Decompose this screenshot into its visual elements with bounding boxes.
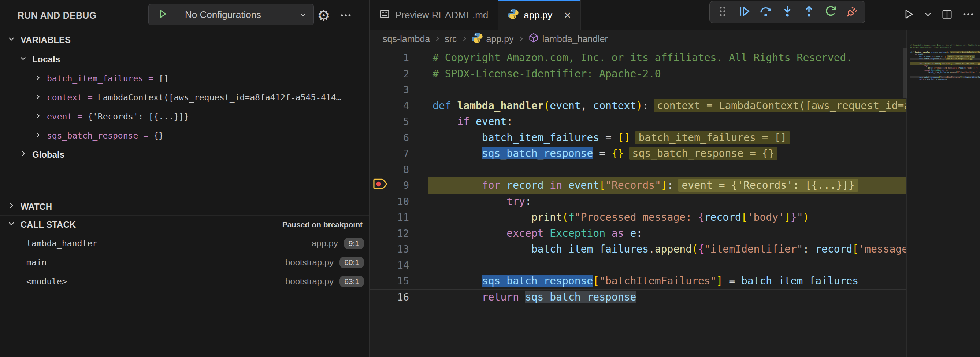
start-debug-button[interactable] <box>149 5 177 25</box>
code-line[interactable]: 10 try: <box>369 193 907 210</box>
run-button[interactable] <box>899 6 918 24</box>
gutter[interactable]: 8 <box>369 162 428 178</box>
continue-icon <box>737 5 751 20</box>
code-line[interactable]: 6 batch_item_failures = []batch_item_fai… <box>369 130 907 146</box>
variable-row[interactable]: sqs_batch_response = {} <box>0 126 369 145</box>
gutter[interactable]: 4 <box>369 98 428 114</box>
line-content <box>428 82 907 98</box>
code-token: batch_item_failures <box>531 243 649 255</box>
breadcrumb-item[interactable]: app.py <box>472 32 514 45</box>
code-token <box>433 275 482 287</box>
chevron-right-icon <box>7 202 15 212</box>
variable-row[interactable]: context = LambdaContext([aws_request_id=… <box>0 88 369 107</box>
gutter[interactable]: 5 <box>369 114 428 130</box>
variable-row[interactable]: event = {'Records': [{...}]} <box>0 107 369 126</box>
minimap[interactable]: # Copyright Amazon.com, Inc. or its affi… <box>910 44 980 80</box>
gutter[interactable]: 6 <box>369 130 428 146</box>
code-token: ] <box>661 179 667 191</box>
step-out-icon <box>802 5 816 20</box>
code-line[interactable]: 11 print(f"Processed message: {record['b… <box>369 209 907 225</box>
code-line[interactable]: 15 sqs_batch_response["batchItemFailures… <box>369 273 907 289</box>
breadcrumb-item[interactable]: sqs-lambda <box>383 34 430 45</box>
code-token <box>433 211 531 223</box>
gutter[interactable]: 9 <box>369 177 428 193</box>
frame-name: lambda_handler <box>26 239 97 248</box>
stack-frame-row[interactable]: mainbootstrap.py60:1 <box>0 253 369 272</box>
call-stack-section-header[interactable]: CALL STACK Paused on breakpoint <box>0 215 369 233</box>
disconnect-button[interactable] <box>843 3 861 21</box>
code-token: ] <box>784 211 791 223</box>
frame-name: main <box>26 258 46 267</box>
scope-locals[interactable]: Locals <box>0 50 369 69</box>
code-line[interactable]: 13 batch_item_failures.append({"itemIden… <box>369 241 907 257</box>
code-editor[interactable]: 1# Copyright Amazon.com, Inc. or its aff… <box>369 47 907 357</box>
drag-handle-button[interactable] <box>714 3 731 21</box>
gutter[interactable]: 16 <box>369 289 428 305</box>
close-icon[interactable]: × <box>564 9 571 21</box>
inline-debug-value: sqs_batch_response = {} <box>629 147 778 160</box>
code-token: context <box>593 100 636 112</box>
code-token: { <box>698 211 704 223</box>
chevron-down-icon <box>7 220 15 230</box>
code-line[interactable]: 9 for record in event["Records"]:event =… <box>369 177 907 193</box>
gutter[interactable]: 10 <box>369 193 428 210</box>
line-number: 2 <box>392 68 428 80</box>
watch-section-header[interactable]: WATCH <box>0 198 369 215</box>
line-number: 1 <box>392 52 428 64</box>
step-over-button[interactable] <box>757 3 775 21</box>
step-out-button[interactable] <box>800 3 818 21</box>
stack-frame-row[interactable]: lambda_handlerapp.py9:1 <box>0 234 369 253</box>
minimap-line: batch_item_failures.append({"itemIdentif… <box>910 71 980 73</box>
line-number: 9 <box>392 180 428 191</box>
code-line[interactable]: 5 if event: <box>369 114 907 130</box>
line-content: # SPDX-License-Identifier: Apache-2.0 <box>428 66 907 82</box>
code-line[interactable]: 14 <box>369 257 907 273</box>
code-line[interactable]: 8 <box>369 162 907 178</box>
code-token: : <box>642 100 649 112</box>
code-token: try <box>506 195 525 207</box>
variables-section-header[interactable]: VARIABLES <box>0 31 369 48</box>
code-line[interactable]: 2# SPDX-License-Identifier: Apache-2.0 <box>369 66 907 82</box>
breakpoint-zone[interactable] <box>369 177 392 193</box>
gear-icon[interactable]: ⚙ <box>316 7 332 24</box>
run-dropdown-button[interactable] <box>921 6 935 24</box>
code-token: event <box>476 115 506 128</box>
code-token: sqs_batch_response <box>525 291 636 303</box>
chevron-down-icon <box>299 11 307 19</box>
scope-globals[interactable]: Globals <box>0 145 369 164</box>
gutter[interactable]: 15 <box>369 273 428 289</box>
chevron-down-icon <box>7 35 15 45</box>
run-dropdown-icon <box>924 10 932 20</box>
step-into-button[interactable] <box>779 3 796 21</box>
gutter[interactable]: 2 <box>369 66 428 82</box>
restart-button[interactable] <box>822 3 839 21</box>
gutter[interactable]: 13 <box>369 241 428 257</box>
minimap-strip[interactable]: # Copyright Amazon.com, Inc. or its affi… <box>907 30 980 357</box>
code-token: record <box>704 211 741 223</box>
gutter[interactable]: 3 <box>369 82 428 98</box>
code-line[interactable]: 7 sqs_batch_response = {}sqs_batch_respo… <box>369 145 907 162</box>
debug-config-dropdown[interactable]: No Configurations <box>148 4 314 25</box>
more-actions-button[interactable] <box>959 6 978 24</box>
variable-row[interactable]: batch_item_failures = [] <box>0 69 369 88</box>
breadcrumb-item[interactable]: src <box>445 34 457 45</box>
continue-button[interactable] <box>735 3 753 21</box>
breadcrumb-item[interactable]: lambda_handler <box>528 33 608 45</box>
breadcrumb: sqs-lambdasrcapp.pylambda_handler <box>383 31 608 47</box>
gutter[interactable]: 7 <box>369 145 428 162</box>
gutter[interactable]: 11 <box>369 209 428 225</box>
code-line[interactable]: 4def lambda_handler(event, context):cont… <box>369 98 907 114</box>
more-actions-icon[interactable] <box>338 7 354 24</box>
gutter[interactable]: 12 <box>369 225 428 242</box>
tab-app-py[interactable]: app.py× <box>498 0 581 30</box>
tab-preview-readme-md[interactable]: Preview README.md <box>369 0 498 30</box>
code-line[interactable]: 1# Copyright Amazon.com, Inc. or its aff… <box>369 50 907 66</box>
split-editor-button[interactable] <box>938 6 956 24</box>
gutter[interactable]: 14 <box>369 257 428 273</box>
debug-toolbar <box>710 1 865 23</box>
stack-frame-row[interactable]: <module>bootstrap.py63:1 <box>0 272 369 291</box>
code-line[interactable]: 12 except Exception as e: <box>369 225 907 242</box>
code-line[interactable]: 3 <box>369 82 907 98</box>
code-line[interactable]: 16 return sqs_batch_response <box>369 289 907 305</box>
gutter[interactable]: 1 <box>369 50 428 66</box>
